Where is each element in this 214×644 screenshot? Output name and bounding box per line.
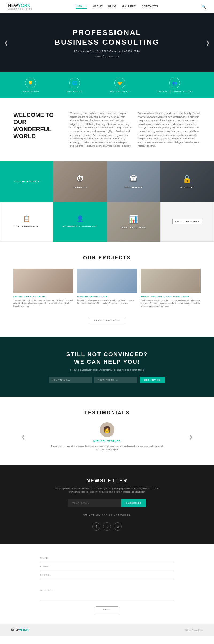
testimonial-avatar: 🧑 bbox=[100, 422, 114, 437]
testimonial-nav: ❮ 🧑 MICHAEL VENTURA Thank you very much.… bbox=[21, 422, 193, 452]
hero-address: 28 Jackson Blvd Ste 1020 Chicago IL 6060… bbox=[74, 50, 140, 52]
project-card-1: FURTHER DEVELOPMENT Throughout its histo… bbox=[13, 269, 73, 308]
feature-best-practices: 📊 BEST PRACTICES bbox=[107, 202, 160, 242]
testimonials-title: TESTIMONIALS bbox=[21, 410, 193, 416]
advanced-tech-icon: 👤 bbox=[77, 215, 84, 222]
project-desc-1: Throughout its history, the company has … bbox=[13, 299, 73, 308]
social-icons: f t g bbox=[21, 522, 193, 531]
nav-about[interactable]: ABOUT bbox=[92, 5, 103, 8]
cta-headline: STILL NOT CONVINCED? WE CAN HELP YOU! bbox=[21, 351, 193, 366]
contact-phone-input[interactable] bbox=[62, 574, 174, 577]
icon-innovation: 💡 INNOVATION bbox=[22, 78, 39, 93]
reliability-icon: 🏛 bbox=[130, 175, 138, 183]
contact-name-label: NAME: bbox=[40, 557, 62, 559]
search-icon[interactable]: 🔍 bbox=[201, 5, 206, 9]
cost-management-icon: 📋 bbox=[23, 215, 31, 222]
social-responsibility-icon: 👥 bbox=[169, 78, 180, 88]
newsletter-section: NEWSLETTER Our company is focused on dif… bbox=[0, 465, 214, 544]
project-card-3: WHERE OUR SOLUTIONS COME FROM Made up of… bbox=[141, 269, 201, 308]
cta-subtext: Fill out the application and our operato… bbox=[21, 369, 193, 371]
project-image-1 bbox=[13, 269, 73, 293]
contact-name-input[interactable] bbox=[62, 557, 174, 559]
welcome-heading: WELCOME TO OUR WONDERFUL WORLD bbox=[13, 112, 62, 140]
testimonial-next-arrow[interactable]: ❯ bbox=[189, 434, 193, 440]
contact-phone-label: PHONE: bbox=[40, 574, 62, 576]
see-all-features-button[interactable]: SEE ALL FEATURES bbox=[172, 219, 202, 224]
footer: NEWYORK © 2018. Privacy Policy bbox=[0, 624, 214, 636]
stability-icon: ⏱ bbox=[76, 175, 84, 183]
hero-next-arrow[interactable]: ❯ bbox=[205, 40, 210, 46]
contact-phone-field: PHONE: bbox=[40, 572, 174, 579]
nav-logo: NEWYORK WORDPRESS SITE bbox=[8, 3, 32, 10]
openness-icon: 🌐 bbox=[69, 78, 80, 88]
feature-security: 🔒 SECURITY bbox=[160, 161, 214, 202]
see-all-features-cell: SEE ALL FEATURES bbox=[160, 202, 214, 242]
welcome-heading-container: WELCOME TO OUR WONDERFUL WORLD bbox=[13, 112, 62, 140]
icon-openness: 🌐 OPENNESS bbox=[67, 78, 82, 93]
project-card-2: COMPANY ACQUISITION In 2005 Our Company … bbox=[77, 269, 137, 308]
best-practices-icon: 📊 bbox=[129, 215, 139, 223]
projects-section: OUR PROJECTS FURTHER DEVELOPMENT Through… bbox=[0, 242, 214, 337]
google-plus-icon[interactable]: g bbox=[114, 522, 122, 531]
icon-social-responsibility: 👥 SOCIAL RESPONSIBILITY bbox=[158, 78, 192, 93]
feature-stability: ⏱ STABILITY bbox=[54, 161, 107, 202]
welcome-col2: Site navigation is extremely intuitive a… bbox=[138, 112, 201, 148]
newsletter-email-input[interactable] bbox=[68, 499, 121, 507]
contact-email-input[interactable] bbox=[62, 565, 174, 568]
testimonial-name: MICHAEL VENTURA bbox=[93, 440, 121, 442]
contact-send-button[interactable]: SEND bbox=[96, 606, 118, 613]
cta-section: STILL NOT CONVINCED? WE CAN HELP YOU! Fi… bbox=[0, 337, 214, 397]
cta-form: GET ADVICE bbox=[21, 377, 193, 383]
nav-blog[interactable]: BLOG bbox=[108, 5, 117, 8]
project-title-3: WHERE OUR SOLUTIONS COME FROM bbox=[141, 295, 201, 297]
cta-phone-input[interactable] bbox=[94, 377, 137, 383]
footer-copyright: © 2018. Privacy Policy bbox=[185, 629, 203, 631]
nav-contacts[interactable]: CONTACTS bbox=[142, 5, 158, 8]
mutual-help-icon: 🤝 bbox=[114, 78, 125, 88]
newsletter-form: SUBSCRIBE bbox=[21, 499, 193, 507]
contact-message-field: MESSAGE: bbox=[40, 580, 174, 601]
nav-home[interactable]: HOME bbox=[76, 5, 87, 9]
icons-band: 💡 INNOVATION 🌐 OPENNESS 🤝 MUTUAL HELP 👥 … bbox=[0, 72, 214, 98]
nav-links: HOME ABOUT BLOG GALLERY CONTACTS bbox=[76, 5, 158, 9]
newsletter-desc: Our company is focused on different area… bbox=[54, 487, 160, 494]
project-title-2: COMPANY ACQUISITION bbox=[77, 295, 137, 297]
testimonial-content: 🧑 MICHAEL VENTURA Thank you very much. I… bbox=[30, 422, 184, 452]
welcome-col1: We sincerely hope that each and every us… bbox=[70, 112, 132, 148]
nav-gallery[interactable]: GALLERY bbox=[122, 5, 136, 8]
project-title-1: FURTHER DEVELOPMENT bbox=[13, 295, 73, 297]
project-image-2 bbox=[77, 269, 137, 293]
icon-mutual-help: 🤝 MUTUAL HELP bbox=[110, 78, 129, 93]
cta-submit-button[interactable]: GET ADVICE bbox=[140, 377, 165, 383]
feature-advanced-tech: 👤 ADVANCED TECHNOLOGY bbox=[54, 202, 107, 242]
cta-name-input[interactable] bbox=[49, 377, 92, 383]
welcome-content: We sincerely hope that each and every us… bbox=[70, 112, 201, 148]
logo-teal: YORK bbox=[18, 3, 30, 8]
contact-message-label: MESSAGE: bbox=[40, 589, 62, 592]
welcome-section: WELCOME TO OUR WONDERFUL WORLD We sincer… bbox=[0, 98, 214, 161]
facebook-icon[interactable]: f bbox=[92, 522, 100, 531]
project-image-3 bbox=[141, 269, 201, 293]
footer-logo: NEWYORK bbox=[11, 628, 29, 632]
hero-phone: + (800) 2345-6789 bbox=[95, 55, 119, 58]
social-label: WE ARE ON SOCIAL NETWORKS bbox=[54, 514, 160, 517]
security-icon: 🔒 bbox=[182, 175, 192, 183]
hero-prev-arrow[interactable]: ❮ bbox=[4, 40, 9, 46]
feature-cost-management: 📋 COST MANAGEMENT bbox=[0, 202, 54, 242]
testimonial-prev-arrow[interactable]: ❮ bbox=[21, 434, 25, 440]
our-features-label: OUR FEATURES bbox=[0, 161, 54, 202]
testimonial-text: Thank you very much. I'm impressed with … bbox=[47, 445, 167, 452]
features-grid: OUR FEATURES ⏱ STABILITY 🏛 RELIABILITY 🔒… bbox=[0, 161, 214, 242]
contact-name-field: NAME: bbox=[40, 555, 174, 562]
hero-title: PROFESSIONAL BUSINESS CONSULTING bbox=[55, 28, 159, 47]
projects-grid: FURTHER DEVELOPMENT Throughout its histo… bbox=[13, 269, 201, 308]
project-desc-2: In 2005 Our Company was acquired from in… bbox=[77, 299, 137, 305]
contact-message-textarea[interactable] bbox=[62, 582, 174, 598]
contact-form-section: NAME: E-MAIL: PHONE: MESSAGE: SEND bbox=[0, 544, 214, 624]
see-all-projects-button[interactable]: SEE ALL PROJECTS bbox=[89, 317, 125, 324]
innovation-icon: 💡 bbox=[25, 78, 36, 88]
newsletter-subscribe-button[interactable]: SUBSCRIBE bbox=[121, 499, 146, 507]
testimonials-section: TESTIMONIALS ❮ 🧑 MICHAEL VENTURA Thank y… bbox=[0, 397, 214, 465]
logo-black: NEW bbox=[8, 3, 18, 8]
twitter-icon[interactable]: t bbox=[103, 522, 111, 531]
